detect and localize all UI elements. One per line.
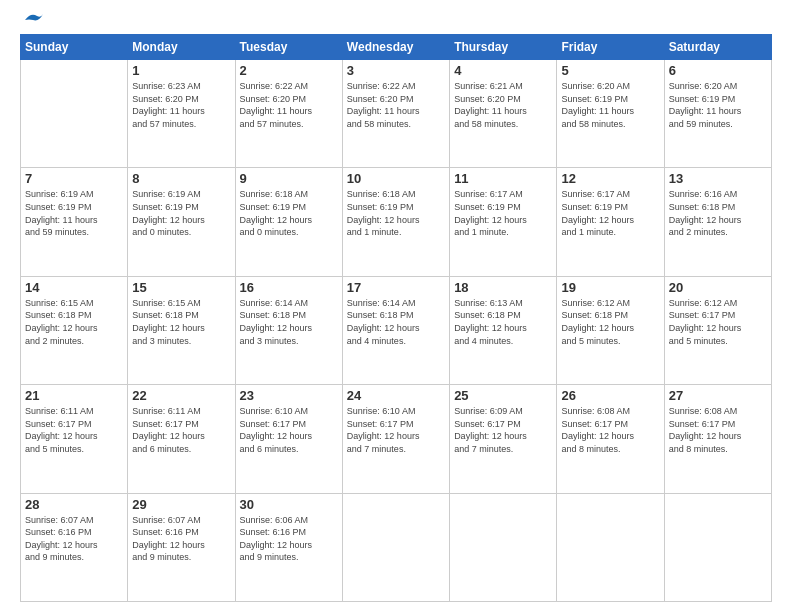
calendar-cell: 17Sunrise: 6:14 AM Sunset: 6:18 PM Dayli…: [342, 276, 449, 384]
calendar-cell: 26Sunrise: 6:08 AM Sunset: 6:17 PM Dayli…: [557, 385, 664, 493]
calendar-cell: 19Sunrise: 6:12 AM Sunset: 6:18 PM Dayli…: [557, 276, 664, 384]
day-number: 3: [347, 63, 445, 78]
calendar-cell: 5Sunrise: 6:20 AM Sunset: 6:19 PM Daylig…: [557, 60, 664, 168]
calendar-cell: 21Sunrise: 6:11 AM Sunset: 6:17 PM Dayli…: [21, 385, 128, 493]
calendar-cell: [557, 493, 664, 601]
day-number: 11: [454, 171, 552, 186]
day-number: 24: [347, 388, 445, 403]
day-info: Sunrise: 6:18 AM Sunset: 6:19 PM Dayligh…: [240, 188, 338, 238]
header: [20, 18, 772, 28]
calendar-cell: [450, 493, 557, 601]
calendar-week-3: 21Sunrise: 6:11 AM Sunset: 6:17 PM Dayli…: [21, 385, 772, 493]
day-number: 4: [454, 63, 552, 78]
calendar-cell: 9Sunrise: 6:18 AM Sunset: 6:19 PM Daylig…: [235, 168, 342, 276]
day-number: 20: [669, 280, 767, 295]
calendar-cell: 29Sunrise: 6:07 AM Sunset: 6:16 PM Dayli…: [128, 493, 235, 601]
day-number: 22: [132, 388, 230, 403]
day-info: Sunrise: 6:17 AM Sunset: 6:19 PM Dayligh…: [454, 188, 552, 238]
day-info: Sunrise: 6:12 AM Sunset: 6:18 PM Dayligh…: [561, 297, 659, 347]
calendar-cell: [21, 60, 128, 168]
calendar-header-friday: Friday: [557, 35, 664, 60]
day-info: Sunrise: 6:08 AM Sunset: 6:17 PM Dayligh…: [669, 405, 767, 455]
calendar-cell: 3Sunrise: 6:22 AM Sunset: 6:20 PM Daylig…: [342, 60, 449, 168]
calendar-cell: 8Sunrise: 6:19 AM Sunset: 6:19 PM Daylig…: [128, 168, 235, 276]
day-number: 21: [25, 388, 123, 403]
day-number: 19: [561, 280, 659, 295]
calendar-cell: 11Sunrise: 6:17 AM Sunset: 6:19 PM Dayli…: [450, 168, 557, 276]
day-info: Sunrise: 6:19 AM Sunset: 6:19 PM Dayligh…: [25, 188, 123, 238]
calendar-header-row: SundayMondayTuesdayWednesdayThursdayFrid…: [21, 35, 772, 60]
calendar-cell: 12Sunrise: 6:17 AM Sunset: 6:19 PM Dayli…: [557, 168, 664, 276]
day-number: 13: [669, 171, 767, 186]
day-number: 2: [240, 63, 338, 78]
day-info: Sunrise: 6:08 AM Sunset: 6:17 PM Dayligh…: [561, 405, 659, 455]
day-info: Sunrise: 6:10 AM Sunset: 6:17 PM Dayligh…: [347, 405, 445, 455]
calendar-cell: 1Sunrise: 6:23 AM Sunset: 6:20 PM Daylig…: [128, 60, 235, 168]
calendar-cell: 6Sunrise: 6:20 AM Sunset: 6:19 PM Daylig…: [664, 60, 771, 168]
day-info: Sunrise: 6:14 AM Sunset: 6:18 PM Dayligh…: [347, 297, 445, 347]
calendar-cell: 13Sunrise: 6:16 AM Sunset: 6:18 PM Dayli…: [664, 168, 771, 276]
day-number: 16: [240, 280, 338, 295]
day-info: Sunrise: 6:22 AM Sunset: 6:20 PM Dayligh…: [347, 80, 445, 130]
day-info: Sunrise: 6:16 AM Sunset: 6:18 PM Dayligh…: [669, 188, 767, 238]
day-info: Sunrise: 6:06 AM Sunset: 6:16 PM Dayligh…: [240, 514, 338, 564]
calendar-week-0: 1Sunrise: 6:23 AM Sunset: 6:20 PM Daylig…: [21, 60, 772, 168]
calendar-cell: 27Sunrise: 6:08 AM Sunset: 6:17 PM Dayli…: [664, 385, 771, 493]
calendar-cell: [664, 493, 771, 601]
day-info: Sunrise: 6:18 AM Sunset: 6:19 PM Dayligh…: [347, 188, 445, 238]
day-number: 10: [347, 171, 445, 186]
day-number: 9: [240, 171, 338, 186]
calendar-cell: 7Sunrise: 6:19 AM Sunset: 6:19 PM Daylig…: [21, 168, 128, 276]
day-info: Sunrise: 6:07 AM Sunset: 6:16 PM Dayligh…: [25, 514, 123, 564]
day-number: 6: [669, 63, 767, 78]
day-info: Sunrise: 6:20 AM Sunset: 6:19 PM Dayligh…: [669, 80, 767, 130]
calendar-cell: 28Sunrise: 6:07 AM Sunset: 6:16 PM Dayli…: [21, 493, 128, 601]
day-info: Sunrise: 6:10 AM Sunset: 6:17 PM Dayligh…: [240, 405, 338, 455]
day-number: 7: [25, 171, 123, 186]
day-info: Sunrise: 6:12 AM Sunset: 6:17 PM Dayligh…: [669, 297, 767, 347]
calendar-cell: 30Sunrise: 6:06 AM Sunset: 6:16 PM Dayli…: [235, 493, 342, 601]
day-number: 5: [561, 63, 659, 78]
day-info: Sunrise: 6:11 AM Sunset: 6:17 PM Dayligh…: [132, 405, 230, 455]
day-info: Sunrise: 6:17 AM Sunset: 6:19 PM Dayligh…: [561, 188, 659, 238]
day-info: Sunrise: 6:19 AM Sunset: 6:19 PM Dayligh…: [132, 188, 230, 238]
day-number: 27: [669, 388, 767, 403]
calendar-week-2: 14Sunrise: 6:15 AM Sunset: 6:18 PM Dayli…: [21, 276, 772, 384]
day-number: 25: [454, 388, 552, 403]
day-number: 29: [132, 497, 230, 512]
calendar-header-thursday: Thursday: [450, 35, 557, 60]
day-info: Sunrise: 6:21 AM Sunset: 6:20 PM Dayligh…: [454, 80, 552, 130]
day-info: Sunrise: 6:07 AM Sunset: 6:16 PM Dayligh…: [132, 514, 230, 564]
day-info: Sunrise: 6:15 AM Sunset: 6:18 PM Dayligh…: [132, 297, 230, 347]
calendar-cell: [342, 493, 449, 601]
day-info: Sunrise: 6:11 AM Sunset: 6:17 PM Dayligh…: [25, 405, 123, 455]
calendar-cell: 4Sunrise: 6:21 AM Sunset: 6:20 PM Daylig…: [450, 60, 557, 168]
day-number: 1: [132, 63, 230, 78]
day-number: 30: [240, 497, 338, 512]
day-info: Sunrise: 6:22 AM Sunset: 6:20 PM Dayligh…: [240, 80, 338, 130]
calendar-header-tuesday: Tuesday: [235, 35, 342, 60]
day-info: Sunrise: 6:13 AM Sunset: 6:18 PM Dayligh…: [454, 297, 552, 347]
day-info: Sunrise: 6:09 AM Sunset: 6:17 PM Dayligh…: [454, 405, 552, 455]
calendar-cell: 15Sunrise: 6:15 AM Sunset: 6:18 PM Dayli…: [128, 276, 235, 384]
logo: [20, 18, 45, 28]
calendar-header-wednesday: Wednesday: [342, 35, 449, 60]
calendar-cell: 23Sunrise: 6:10 AM Sunset: 6:17 PM Dayli…: [235, 385, 342, 493]
calendar-cell: 10Sunrise: 6:18 AM Sunset: 6:19 PM Dayli…: [342, 168, 449, 276]
day-number: 8: [132, 171, 230, 186]
day-number: 12: [561, 171, 659, 186]
calendar-week-1: 7Sunrise: 6:19 AM Sunset: 6:19 PM Daylig…: [21, 168, 772, 276]
day-number: 17: [347, 280, 445, 295]
calendar-cell: 22Sunrise: 6:11 AM Sunset: 6:17 PM Dayli…: [128, 385, 235, 493]
calendar-cell: 20Sunrise: 6:12 AM Sunset: 6:17 PM Dayli…: [664, 276, 771, 384]
calendar-cell: 2Sunrise: 6:22 AM Sunset: 6:20 PM Daylig…: [235, 60, 342, 168]
calendar-header-saturday: Saturday: [664, 35, 771, 60]
day-info: Sunrise: 6:14 AM Sunset: 6:18 PM Dayligh…: [240, 297, 338, 347]
calendar-week-4: 28Sunrise: 6:07 AM Sunset: 6:16 PM Dayli…: [21, 493, 772, 601]
calendar-cell: 24Sunrise: 6:10 AM Sunset: 6:17 PM Dayli…: [342, 385, 449, 493]
day-number: 23: [240, 388, 338, 403]
day-number: 18: [454, 280, 552, 295]
day-info: Sunrise: 6:23 AM Sunset: 6:20 PM Dayligh…: [132, 80, 230, 130]
day-number: 14: [25, 280, 123, 295]
calendar-table: SundayMondayTuesdayWednesdayThursdayFrid…: [20, 34, 772, 602]
